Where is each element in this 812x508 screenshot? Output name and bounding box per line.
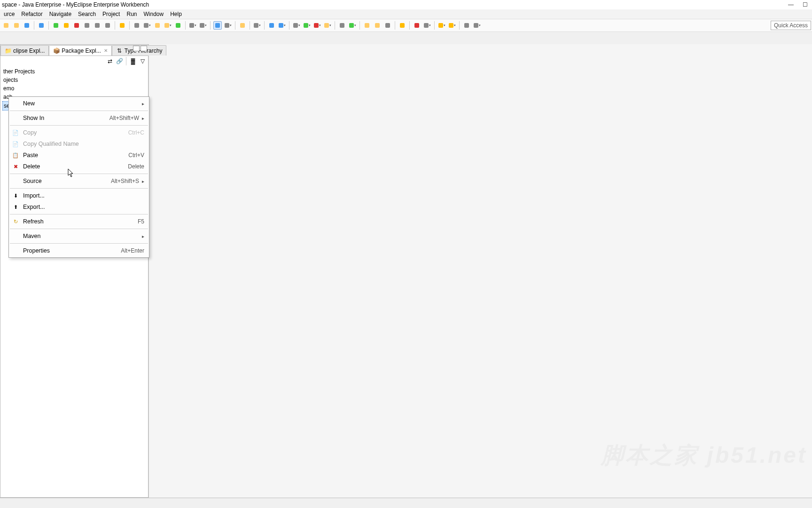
menu-refactor[interactable]: Refactor (18, 10, 45, 18)
title-bar: space - Java Enterprise - MyEclipse Ente… (0, 0, 812, 9)
stack-icon[interactable] (253, 21, 261, 30)
db-icon[interactable] (188, 21, 197, 30)
pkg-icon[interactable] (323, 21, 332, 30)
minimize-button[interactable]: — (788, 1, 794, 8)
doc-icon[interactable] (153, 21, 162, 30)
back-icon[interactable] (437, 21, 446, 30)
menu-source[interactable]: Source Alt+Shift+S ▸ (9, 175, 149, 187)
gear-icon[interactable] (348, 21, 357, 30)
tree-item[interactable]: emo (2, 84, 146, 93)
wand-icon[interactable] (37, 21, 46, 30)
import-icon: ⬇ (12, 192, 19, 199)
tool-icon[interactable] (118, 21, 126, 30)
collapse-all-icon[interactable]: ⇄ (106, 57, 114, 65)
menu-maven[interactable]: Maven ▸ (9, 230, 149, 242)
menu-accel: Ctrl+V (128, 152, 144, 159)
filter-icon[interactable]: ▓ (129, 57, 137, 65)
run2-icon[interactable] (303, 21, 311, 30)
menu-label: Export... (23, 204, 144, 210)
copy-icon: 📄 (12, 129, 19, 136)
menu-separator (10, 214, 148, 214)
close-icon[interactable]: ✕ (104, 48, 108, 53)
status-bar (0, 498, 812, 508)
menu-show-in[interactable]: Show In Alt+Shift+W ▸ (9, 112, 149, 124)
step-icon[interactable] (93, 21, 102, 30)
view-menu-icon[interactable]: ▽ (139, 57, 146, 65)
toolbar-separator (129, 21, 130, 30)
menu-paste[interactable]: 📋 Paste Ctrl+V (9, 150, 149, 161)
menu-label: Copy (23, 129, 128, 136)
run-icon[interactable] (52, 21, 60, 30)
menu-new[interactable]: New ▸ (9, 98, 149, 109)
list-icon[interactable] (133, 21, 141, 30)
menu-help[interactable]: Help (167, 10, 185, 18)
fwd-icon[interactable] (448, 21, 456, 30)
toolbar-separator (115, 21, 115, 30)
hierarchy-icon: ⇅ (116, 48, 123, 54)
open-icon[interactable] (12, 21, 21, 30)
list-drop-icon[interactable] (143, 21, 151, 30)
doc-drop-icon[interactable] (164, 21, 172, 30)
tab-eclipse-explorer[interactable]: 📁 clipse Expl... (0, 45, 49, 56)
tab-package-explorer[interactable]: 📦 Package Expl... ✕ (49, 45, 111, 56)
toolbar-separator (48, 21, 49, 30)
menu-separator (10, 243, 148, 244)
stop-icon[interactable] (72, 21, 81, 30)
toolbar-separator (126, 57, 126, 65)
menu-accel: Delete (128, 163, 144, 170)
cursor-icon (68, 168, 74, 178)
menu-import[interactable]: ⬇ Import... (9, 190, 149, 201)
toolbar-separator (359, 21, 360, 30)
toolbar-separator (459, 21, 460, 30)
tree-item[interactable]: ojects (2, 76, 146, 84)
menu-refresh[interactable]: ↻ Refresh F5 (9, 216, 149, 227)
window-controls: — ☐ (788, 1, 810, 8)
srv-icon[interactable] (199, 21, 207, 30)
menu-delete[interactable]: ✖ Delete Delete (9, 161, 149, 172)
new-icon[interactable] (2, 21, 10, 30)
skip-icon[interactable] (83, 21, 91, 30)
earth-icon[interactable] (278, 21, 286, 30)
deploy-icon[interactable] (313, 21, 321, 30)
f1-icon[interactable] (363, 21, 371, 30)
menu-run[interactable]: Run (124, 10, 140, 18)
help2-icon[interactable] (473, 21, 481, 30)
quick-access-input[interactable]: Quick Access (771, 21, 811, 30)
menu-source[interactable]: urce (1, 10, 17, 18)
help-icon[interactable] (462, 21, 471, 30)
quick-access-placeholder: Quick Access (774, 22, 808, 29)
toolbar-separator (335, 21, 335, 30)
menu-export[interactable]: ⬆ Export... (9, 201, 149, 213)
f2-icon[interactable] (373, 21, 382, 30)
link-editor-icon[interactable]: 🔗 (116, 57, 123, 65)
globe-icon[interactable] (267, 21, 276, 30)
check-icon[interactable] (174, 21, 182, 30)
menu-accel: Alt+Shift+S (111, 178, 139, 184)
menu-search[interactable]: Search (75, 10, 99, 18)
menu-properties[interactable]: Properties Alt+Enter (9, 245, 149, 256)
toolbar-separator (395, 21, 395, 30)
magic-icon[interactable] (398, 21, 406, 30)
book-icon[interactable] (238, 21, 247, 30)
menu-project[interactable]: Project (100, 10, 123, 18)
pdf2-icon[interactable] (423, 21, 431, 30)
table-icon[interactable] (338, 21, 346, 30)
tree-item[interactable]: ther Projects (2, 67, 146, 76)
bug-icon[interactable] (292, 21, 301, 30)
step2-icon[interactable] (103, 21, 112, 30)
perspective-icon[interactable] (213, 21, 222, 30)
menu-label: New (23, 100, 139, 107)
pdf-icon[interactable] (413, 21, 421, 30)
maximize-button[interactable]: ☐ (802, 1, 808, 8)
save-icon[interactable] (23, 21, 31, 30)
grid-icon[interactable] (224, 21, 232, 30)
pause-icon[interactable] (62, 21, 70, 30)
menu-navigate[interactable]: Navigate (47, 10, 74, 18)
menu-bar: urce Refactor Navigate Search Project Ru… (0, 9, 812, 19)
maximize-view-button[interactable] (141, 46, 147, 51)
menu-separator (10, 174, 148, 174)
menu-window[interactable]: Window (141, 10, 166, 18)
minimize-view-button[interactable] (133, 46, 140, 51)
menu-accel: Alt+Enter (121, 247, 144, 254)
f3-icon[interactable] (383, 21, 392, 30)
